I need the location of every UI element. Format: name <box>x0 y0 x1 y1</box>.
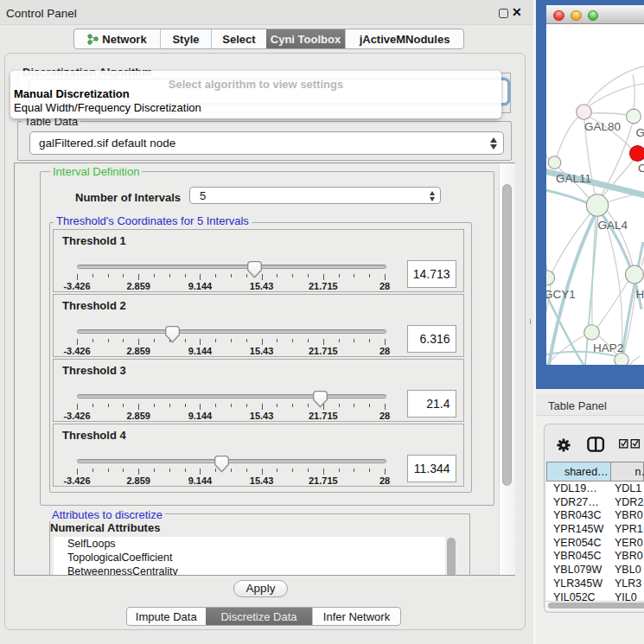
svg-text:GAL80: GAL80 <box>584 120 621 133</box>
svg-text:GCY1: GCY1 <box>546 288 576 301</box>
svg-text:CDC1: CDC1 <box>638 162 644 175</box>
svg-text:GAL4: GAL4 <box>598 219 628 232</box>
svg-text:GAL11: GAL11 <box>556 172 591 185</box>
svg-text:HAP2: HAP2 <box>593 341 623 354</box>
svg-text:HIS4: HIS4 <box>636 288 644 301</box>
svg-text:GAL3: GAL3 <box>636 126 644 139</box>
